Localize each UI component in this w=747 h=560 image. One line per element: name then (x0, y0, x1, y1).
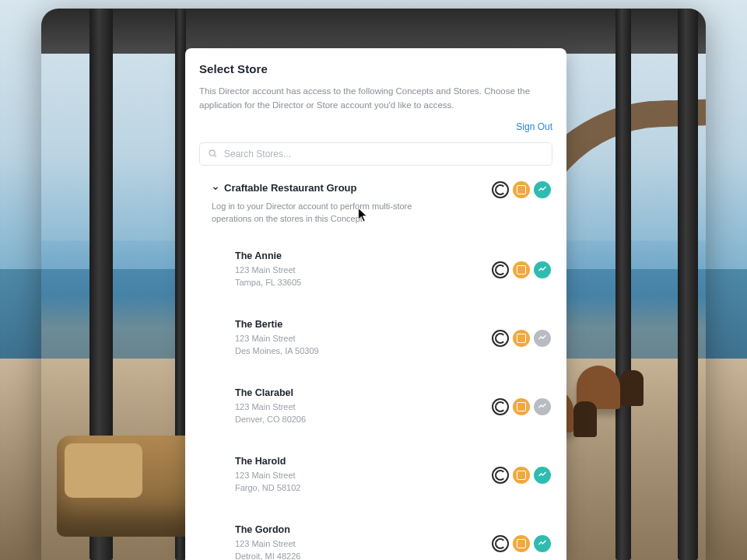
store-name: The Gordon (235, 524, 300, 535)
store-address-line1: 123 Main Street (235, 469, 300, 482)
app-analytics-icon[interactable] (534, 261, 551, 278)
store-row[interactable]: The Bertie123 Main StreetDes Moines, IA … (212, 311, 552, 366)
store-row[interactable]: The Annie123 Main StreetTampa, FL 33605 (212, 243, 552, 297)
app-orders-icon[interactable] (513, 261, 530, 278)
app-orders-icon[interactable] (513, 181, 530, 198)
app-orders-icon[interactable] (513, 330, 530, 347)
concept-toggle[interactable]: Craftable Restaurant Group (212, 181, 430, 195)
store-address-line1: 123 Main Street (235, 401, 306, 414)
svg-point-0 (209, 150, 215, 156)
app-orders-icon[interactable] (513, 535, 530, 552)
app-c-icon[interactable] (492, 467, 509, 484)
store-app-icons (492, 398, 552, 415)
modal-description: This Director account has access to the … (199, 85, 552, 113)
store-app-icons (492, 467, 552, 484)
store-app-icons (492, 535, 552, 552)
store-name: The Clarabel (235, 387, 306, 398)
modal-title: Select Store (199, 62, 552, 75)
search-input[interactable] (224, 149, 544, 159)
store-address-line2: Tampa, FL 33605 (235, 276, 301, 289)
app-analytics-icon[interactable] (534, 467, 551, 484)
app-c-icon[interactable] (492, 535, 509, 552)
search-icon (208, 149, 218, 159)
app-analytics-icon[interactable] (534, 330, 551, 347)
store-row[interactable]: The Gordon123 Main StreetDetroit, MI 482… (212, 516, 552, 560)
svg-line-1 (214, 155, 216, 157)
store-app-icons (492, 330, 552, 347)
store-app-icons (492, 261, 552, 278)
sign-out-link[interactable]: Sign Out (516, 121, 552, 132)
concept-name: Craftable Restaurant Group (224, 182, 356, 194)
store-address-line2: Detroit, MI 48226 (235, 550, 300, 560)
app-orders-icon[interactable] (513, 467, 530, 484)
store-address-line1: 123 Main Street (235, 264, 301, 277)
store-address-line2: Denver, CO 80206 (235, 413, 306, 426)
store-name: The Harold (235, 456, 300, 467)
store-address-line2: Fargo, ND 58102 (235, 481, 300, 495)
store-row[interactable]: The Harold123 Main StreetFargo, ND 58102 (212, 448, 552, 502)
concept-subtitle: Log in to your Director account to perfo… (212, 200, 430, 226)
app-analytics-icon[interactable] (534, 535, 551, 552)
concept-app-icons (492, 181, 552, 198)
app-orders-icon[interactable] (513, 398, 530, 415)
store-address-line1: 123 Main Street (235, 332, 319, 345)
store-name: The Bertie (235, 319, 319, 330)
app-c-icon[interactable] (492, 398, 509, 415)
select-store-modal: Select Store This Director account has a… (185, 48, 566, 560)
app-c-icon[interactable] (492, 330, 509, 347)
app-c-icon[interactable] (492, 261, 509, 278)
store-address-line1: 123 Main Street (235, 537, 300, 551)
store-row[interactable]: The Clarabel123 Main StreetDenver, CO 80… (212, 380, 552, 434)
store-address-line2: Des Moines, IA 50309 (235, 345, 319, 358)
app-c-icon[interactable] (492, 181, 509, 198)
store-name: The Annie (235, 250, 301, 261)
chevron-down-icon (212, 181, 219, 195)
app-analytics-icon[interactable] (534, 181, 551, 198)
store-list: The Annie123 Main StreetTampa, FL 33605T… (212, 243, 552, 560)
app-analytics-icon[interactable] (534, 398, 551, 415)
search-field[interactable] (199, 142, 552, 166)
